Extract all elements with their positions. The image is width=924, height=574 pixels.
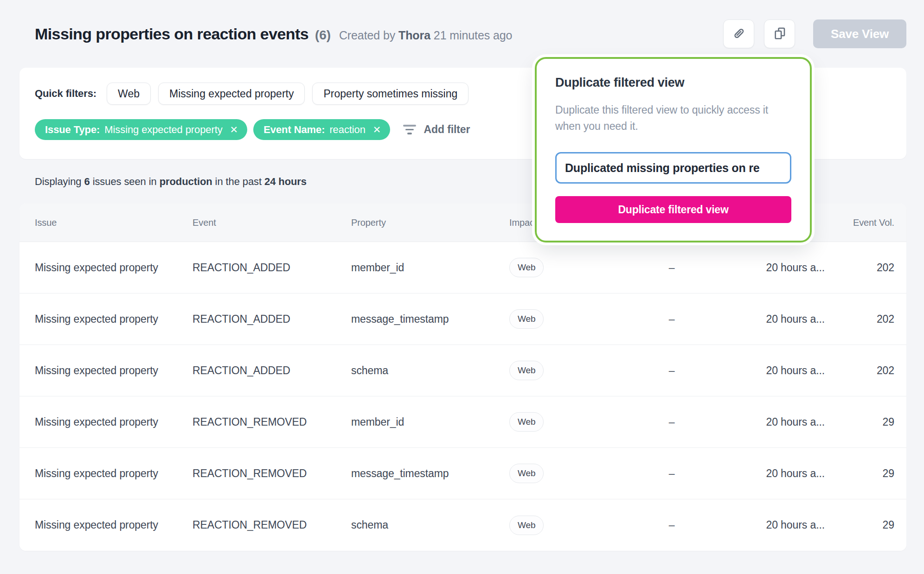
summary-environment: production bbox=[160, 176, 212, 187]
table-row[interactable]: Missing expected property REACTION_REMOV… bbox=[19, 499, 906, 551]
property-cell: message_timestamp bbox=[351, 467, 509, 480]
issue-cell: Missing expected property bbox=[35, 519, 192, 531]
close-icon[interactable]: ✕ bbox=[230, 125, 238, 134]
quick-filter-missing-expected-property[interactable]: Missing expected property bbox=[158, 83, 305, 105]
event-vol-cell: 202 bbox=[825, 364, 894, 377]
last-seen-cell: 20 hours a... bbox=[718, 416, 825, 428]
source-badge: Web bbox=[509, 309, 544, 329]
property-cell: member_id bbox=[351, 416, 509, 428]
event-cell: REACTION_ADDED bbox=[192, 364, 351, 377]
impact-cell: Web bbox=[509, 258, 625, 277]
close-icon[interactable]: ✕ bbox=[373, 125, 381, 134]
filter-chip-issue-type[interactable]: Issue Type: Missing expected property ✕ bbox=[35, 119, 247, 140]
column-header-issue: Issue bbox=[35, 217, 192, 228]
table-row[interactable]: Missing expected property REACTION_REMOV… bbox=[19, 448, 906, 499]
dash-cell: – bbox=[625, 519, 718, 531]
event-cell: REACTION_ADDED bbox=[192, 261, 351, 274]
table-row[interactable]: Missing expected property REACTION_REMOV… bbox=[19, 396, 906, 448]
duplicate-filtered-view-button[interactable]: Duplicate filtered view bbox=[555, 196, 791, 223]
dash-cell: – bbox=[625, 313, 718, 325]
impact-cell: Web bbox=[509, 464, 625, 483]
chip-value: reaction bbox=[329, 124, 365, 136]
summary-count: 6 bbox=[84, 176, 90, 187]
created-by-name: Thora bbox=[398, 29, 430, 42]
chip-value: Missing expected property bbox=[104, 124, 222, 136]
impact-cell: Web bbox=[509, 309, 625, 329]
copy-link-button[interactable] bbox=[723, 19, 754, 48]
add-filter-label: Add filter bbox=[424, 123, 470, 136]
source-badge: Web bbox=[509, 361, 544, 380]
event-cell: REACTION_REMOVED bbox=[192, 416, 351, 428]
last-seen-cell: 20 hours a... bbox=[718, 364, 825, 377]
created-by-prefix: Created by bbox=[339, 29, 395, 42]
filter-chip-event-name[interactable]: Event Name: reaction ✕ bbox=[253, 119, 390, 140]
issue-cell: Missing expected property bbox=[35, 467, 192, 480]
add-filter-button[interactable]: Add filter bbox=[403, 123, 470, 136]
event-vol-cell: 29 bbox=[825, 519, 894, 531]
summary-time-range: 24 hours bbox=[264, 176, 307, 187]
table-row[interactable]: Missing expected property REACTION_ADDED… bbox=[19, 242, 906, 293]
column-header-event: Event bbox=[192, 217, 351, 228]
event-vol-cell: 29 bbox=[825, 467, 894, 480]
quick-filter-property-sometimes-missing[interactable]: Property sometimes missing bbox=[312, 83, 468, 105]
issue-count-badge: (6) bbox=[315, 28, 331, 43]
event-vol-cell: 202 bbox=[825, 261, 894, 274]
source-badge: Web bbox=[509, 516, 544, 535]
last-seen-cell: 20 hours a... bbox=[718, 313, 825, 325]
event-cell: REACTION_REMOVED bbox=[192, 467, 351, 480]
header-actions: Save View bbox=[723, 19, 906, 48]
table-row[interactable]: Missing expected property REACTION_ADDED… bbox=[19, 345, 906, 396]
column-header-property: Property bbox=[351, 217, 509, 228]
created-by-time: 21 minutes ago bbox=[434, 29, 513, 42]
quick-filters-label: Quick filters: bbox=[35, 88, 96, 100]
popover-description: Duplicate this filtered view to quickly … bbox=[555, 102, 791, 134]
issue-cell: Missing expected property bbox=[35, 364, 192, 377]
page-header: Missing properties on reaction events (6… bbox=[0, 0, 924, 48]
save-view-button[interactable]: Save View bbox=[813, 19, 906, 48]
summary-text: issues seen in bbox=[93, 176, 157, 187]
filter-lines-icon bbox=[403, 125, 417, 134]
created-by-line: Created by Thora 21 minutes ago bbox=[339, 29, 513, 42]
source-badge: Web bbox=[509, 412, 544, 432]
chip-label: Issue Type: bbox=[45, 124, 100, 136]
summary-text: in the past bbox=[215, 176, 262, 187]
quick-filter-web[interactable]: Web bbox=[107, 83, 151, 105]
impact-cell: Web bbox=[509, 412, 625, 432]
event-vol-cell: 29 bbox=[825, 416, 894, 428]
property-cell: schema bbox=[351, 519, 509, 531]
last-seen-cell: 20 hours a... bbox=[718, 519, 825, 531]
chip-label: Event Name: bbox=[263, 124, 325, 136]
last-seen-cell: 20 hours a... bbox=[718, 467, 825, 480]
dash-cell: – bbox=[625, 416, 718, 428]
issues-table: Issue Event Property Impact Event Vol. M… bbox=[19, 204, 906, 551]
page-title: Missing properties on reaction events bbox=[35, 25, 308, 43]
event-vol-cell: 202 bbox=[825, 313, 894, 325]
property-cell: member_id bbox=[351, 261, 509, 274]
duplicate-view-popover: Duplicate filtered view Duplicate this f… bbox=[535, 57, 812, 242]
title-group: Missing properties on reaction events (6… bbox=[35, 25, 512, 43]
event-cell: REACTION_REMOVED bbox=[192, 519, 351, 531]
dash-cell: – bbox=[625, 364, 718, 377]
duplicate-view-name-input[interactable] bbox=[555, 152, 791, 184]
property-cell: schema bbox=[351, 364, 509, 377]
summary-text: Displaying bbox=[35, 176, 82, 187]
table-row[interactable]: Missing expected property REACTION_ADDED… bbox=[19, 293, 906, 345]
issue-cell: Missing expected property bbox=[35, 416, 192, 428]
link-icon bbox=[732, 26, 746, 42]
dash-cell: – bbox=[625, 467, 718, 480]
column-header-event-vol: Event Vol. bbox=[825, 217, 894, 228]
duplicate-view-icon-button[interactable] bbox=[764, 19, 795, 48]
source-badge: Web bbox=[509, 258, 544, 277]
source-badge: Web bbox=[509, 464, 544, 483]
issue-cell: Missing expected property bbox=[35, 261, 192, 274]
issue-cell: Missing expected property bbox=[35, 313, 192, 325]
impact-cell: Web bbox=[509, 361, 625, 380]
dash-cell: – bbox=[625, 261, 718, 274]
event-cell: REACTION_ADDED bbox=[192, 313, 351, 325]
copy-icon bbox=[773, 26, 787, 42]
popover-title: Duplicate filtered view bbox=[555, 76, 791, 90]
last-seen-cell: 20 hours a... bbox=[718, 261, 825, 274]
impact-cell: Web bbox=[509, 516, 625, 535]
property-cell: message_timestamp bbox=[351, 313, 509, 325]
